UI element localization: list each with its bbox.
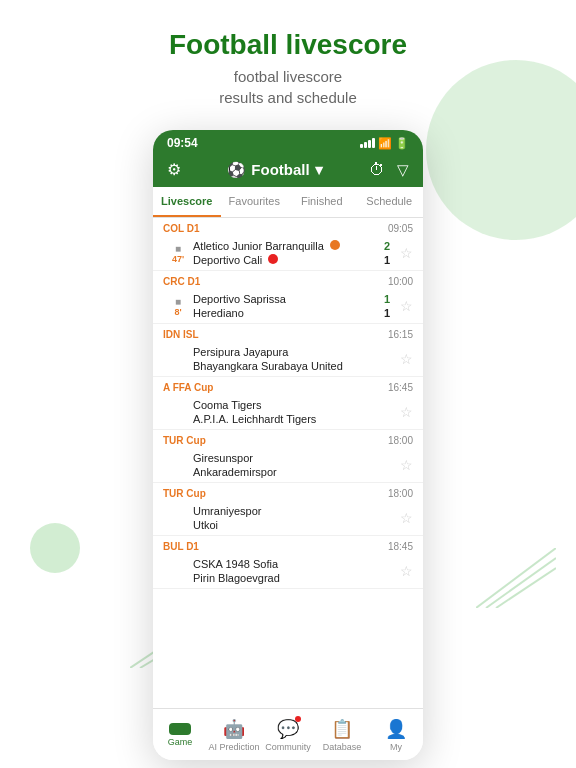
bg-decoration-circle-small bbox=[30, 523, 80, 573]
league-time-bul-d1: 18:45 bbox=[388, 541, 413, 552]
match-info-tur-cup-1: Giresunspor Ankarademirspor bbox=[193, 451, 394, 479]
team-score-away: 1 bbox=[380, 254, 394, 266]
team-name-home: Atletico Junior Barranquilla bbox=[193, 240, 380, 252]
favourite-icon[interactable]: ☆ bbox=[394, 245, 413, 261]
team-name-cooma-tigers: Cooma Tigers bbox=[193, 399, 394, 411]
tab-livescore[interactable]: Livescore bbox=[153, 187, 221, 217]
league-group-bul-d1: BUL D1 18:45 CSKA 1948 Sofia Pirin Blago… bbox=[153, 536, 423, 589]
league-time-crc-d1: 10:00 bbox=[388, 276, 413, 287]
match-info-idn-isl: Persipura Jayapura Bhayangkara Surabaya … bbox=[193, 345, 394, 373]
team-badge-red bbox=[268, 254, 278, 264]
tab-favourites[interactable]: Favourites bbox=[221, 187, 289, 217]
tab-schedule[interactable]: Schedule bbox=[356, 187, 424, 217]
match-info-crc-d1: Deportivo Saprissa 1 Herediano 1 bbox=[193, 292, 394, 320]
favourite-icon[interactable]: ☆ bbox=[394, 404, 413, 420]
bottom-nav: 2:1 Game 🤖 AI Prediction 💬 Community 📋 D… bbox=[153, 708, 423, 760]
match-status-live-crc: ■ 8' bbox=[163, 296, 193, 317]
settings-icon[interactable]: ⚙ bbox=[167, 160, 181, 179]
favourite-icon[interactable]: ☆ bbox=[394, 510, 413, 526]
bottom-nav-label-database: Database bbox=[323, 742, 362, 752]
team-row-home-crc: Deportivo Saprissa 1 bbox=[193, 292, 394, 306]
bottom-nav-community[interactable]: 💬 Community bbox=[261, 709, 315, 760]
team-row-away: Deportivo Cali 1 bbox=[193, 253, 394, 267]
team-name-away: Deportivo Cali bbox=[193, 254, 380, 266]
team-name-ankarademirspor: Ankarademirspor bbox=[193, 466, 394, 478]
team-row-away-idn: Bhayangkara Surabaya United bbox=[193, 359, 394, 373]
league-header-crc-d1: CRC D1 10:00 bbox=[153, 271, 423, 289]
team-row-home-tur1: Giresunspor bbox=[193, 451, 394, 465]
match-info-a-ffa-cup: Cooma Tigers A.P.I.A. Leichhardt Tigers bbox=[193, 398, 394, 426]
team-row-home: Atletico Junior Barranquilla 2 bbox=[193, 239, 394, 253]
team-row-home-idn: Persipura Jayapura bbox=[193, 345, 394, 359]
team-row-away-tur2: Utkoi bbox=[193, 518, 394, 532]
league-time-idn-isl: 16:15 bbox=[388, 329, 413, 340]
table-row[interactable]: Umraniyespor Utkoi ☆ bbox=[153, 501, 423, 536]
dropdown-arrow-icon[interactable]: ▾ bbox=[315, 161, 323, 179]
team-name-giresunspor: Giresunspor bbox=[193, 452, 394, 464]
my-profile-icon: 👤 bbox=[385, 718, 407, 740]
app-header: ⚙ ⚽ Football ▾ ⏱ ▽ bbox=[153, 154, 423, 187]
table-row[interactable]: ■ 8' Deportivo Saprissa 1 Herediano 1 ☆ bbox=[153, 289, 423, 324]
ai-prediction-icon: 🤖 bbox=[223, 718, 245, 740]
team-score-home: 2 bbox=[380, 240, 394, 252]
match-info-tur-cup-2: Umraniyespor Utkoi bbox=[193, 504, 394, 532]
team-name-persipura: Persipura Jayapura bbox=[193, 346, 394, 358]
app-header-icons: ⏱ ▽ bbox=[369, 161, 409, 179]
bottom-nav-game[interactable]: 2:1 Game bbox=[153, 709, 207, 760]
bottom-nav-database[interactable]: 📋 Database bbox=[315, 709, 369, 760]
league-time-col-d1: 09:05 bbox=[388, 223, 413, 234]
wifi-icon: 📶 bbox=[378, 137, 392, 150]
table-row[interactable]: CSKA 1948 Sofia Pirin Blagoevgrad ☆ bbox=[153, 554, 423, 589]
favourite-icon[interactable]: ☆ bbox=[394, 563, 413, 579]
table-row[interactable]: Persipura Jayapura Bhayangkara Surabaya … bbox=[153, 342, 423, 377]
team-row-home-tur2: Umraniyespor bbox=[193, 504, 394, 518]
phone-mockup: 09:54 📶 🔋 ⚙ ⚽ Football ▾ ⏱ ▽ Livescore F… bbox=[153, 130, 423, 760]
team-row-away-ffa: A.P.I.A. Leichhardt Tigers bbox=[193, 412, 394, 426]
team-name-utkoi: Utkoi bbox=[193, 519, 394, 531]
favourite-icon[interactable]: ☆ bbox=[394, 457, 413, 473]
league-name-tur-cup-2: TUR Cup bbox=[163, 488, 206, 499]
league-time-tur-cup-2: 18:00 bbox=[388, 488, 413, 499]
filter-icon[interactable]: ▽ bbox=[397, 161, 409, 179]
signal-bars bbox=[360, 138, 375, 148]
league-name-col-d1: COL D1 bbox=[163, 223, 200, 234]
svg-line-2 bbox=[496, 568, 556, 608]
app-sport-title: Football bbox=[251, 161, 309, 178]
league-group-tur-cup-1: TUR Cup 18:00 Giresunspor Ankarademirspo… bbox=[153, 430, 423, 483]
bottom-nav-label-game: Game bbox=[168, 737, 193, 747]
team-badge-orange bbox=[330, 240, 340, 250]
team-name-bhayangkara: Bhayangkara Surabaya United bbox=[193, 360, 394, 372]
bottom-nav-label-community: Community bbox=[265, 742, 311, 752]
league-group-idn-isl: IDN ISL 16:15 Persipura Jayapura Bhayang… bbox=[153, 324, 423, 377]
team-row-home-bul: CSKA 1948 Sofia bbox=[193, 557, 394, 571]
bottom-nav-ai-prediction[interactable]: 🤖 AI Prediction bbox=[207, 709, 261, 760]
league-group-col-d1: COL D1 09:05 ■ 47' Atletico Junior Barra… bbox=[153, 218, 423, 271]
team-score-home-crc: 1 bbox=[380, 293, 394, 305]
table-row[interactable]: ■ 47' Atletico Junior Barranquilla 2 Dep… bbox=[153, 236, 423, 271]
match-info-bul-d1: CSKA 1948 Sofia Pirin Blagoevgrad bbox=[193, 557, 394, 585]
bottom-nav-my[interactable]: 👤 My bbox=[369, 709, 423, 760]
tab-finished[interactable]: Finished bbox=[288, 187, 356, 217]
team-row-away-crc: Herediano 1 bbox=[193, 306, 394, 320]
soccer-ball-icon: ⚽ bbox=[227, 161, 246, 179]
svg-line-0 bbox=[476, 548, 556, 608]
status-bar: 09:54 📶 🔋 bbox=[153, 130, 423, 154]
timer-icon[interactable]: ⏱ bbox=[369, 161, 385, 179]
match-info-col-d1: Atletico Junior Barranquilla 2 Deportivo… bbox=[193, 239, 394, 267]
table-row[interactable]: Cooma Tigers A.P.I.A. Leichhardt Tigers … bbox=[153, 395, 423, 430]
table-row[interactable]: Giresunspor Ankarademirspor ☆ bbox=[153, 448, 423, 483]
match-status-live: ■ 47' bbox=[163, 243, 193, 264]
favourite-icon[interactable]: ☆ bbox=[394, 298, 413, 314]
league-header-bul-d1: BUL D1 18:45 bbox=[153, 536, 423, 554]
team-score-away-crc: 1 bbox=[380, 307, 394, 319]
team-name-deportivo-saprissa: Deportivo Saprissa bbox=[193, 293, 380, 305]
team-row-away-bul: Pirin Blagoevgrad bbox=[193, 571, 394, 585]
page-header: Football livescore footbal livescore res… bbox=[0, 0, 576, 126]
team-name-cska-sofia: CSKA 1948 Sofia bbox=[193, 558, 394, 570]
game-score-badge: 2:1 bbox=[169, 723, 190, 735]
league-group-a-ffa-cup: A FFA Cup 16:45 Cooma Tigers A.P.I.A. Le… bbox=[153, 377, 423, 430]
favourite-icon[interactable]: ☆ bbox=[394, 351, 413, 367]
matches-list[interactable]: COL D1 09:05 ■ 47' Atletico Junior Barra… bbox=[153, 218, 423, 708]
database-icon: 📋 bbox=[331, 718, 353, 740]
team-name-umraniyespor: Umraniyespor bbox=[193, 505, 394, 517]
